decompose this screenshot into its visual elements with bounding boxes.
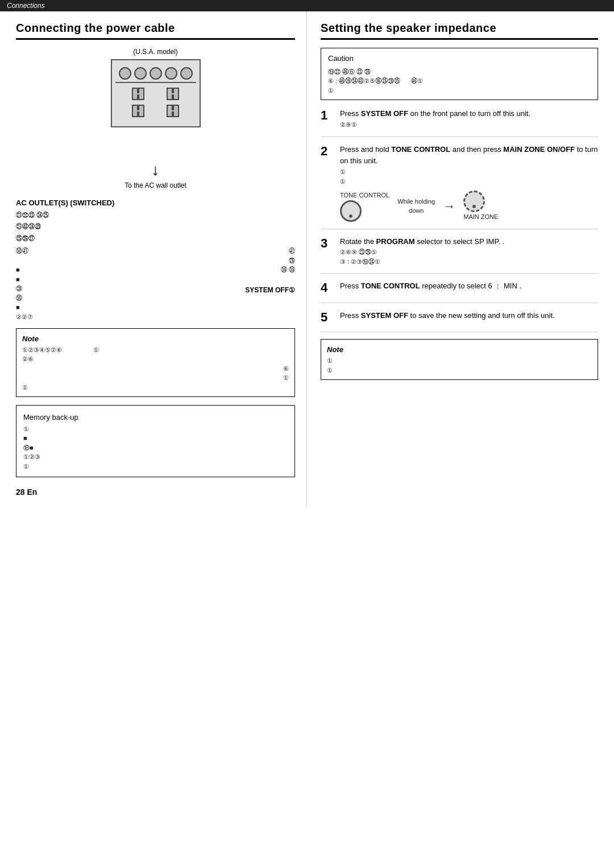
step-3-text-before: Rotate the [340, 237, 376, 246]
step-3-sub1: ②⑥⑨ ㉓㉖① [340, 247, 598, 257]
memory-backup-title: Memory back-up [23, 411, 288, 424]
caution-line2: ⑥ : ㊻⑲㉔㊸②⑤⑯㉕㉘⑮ ㊻① [328, 76, 591, 86]
tone-diagram: TONE CONTROL While holdingdown → MAIN ZO [340, 191, 598, 222]
step-2-number: 2 [321, 144, 334, 159]
memory-line2: ■ [23, 433, 288, 443]
step-3-text-mid: selector to select SP IMP. . [417, 237, 504, 246]
step-5-content: Press SYSTEM OFF to save the new setting… [340, 310, 598, 322]
caution-box: Caution ⑲㉒ ㊻⑥ ㉓ ㉖ ⑥ : ㊻⑲㉔㊸②⑤⑯㉕㉘⑮ ㊻① ① [321, 48, 598, 100]
step-5-row: 5 Press SYSTEM OFF to save the new setti… [321, 310, 598, 332]
ac-outlet-line-3: ㉕㉖㉗ [16, 233, 295, 244]
ac-outlets-section: AC OUTLET(S) (SWITCHED) ㉑㉒㉓ ㉔㉕ ㉑㊸㉔㊴ ㉕㉖㉗ … [16, 199, 295, 321]
arrow-down-icon: ↓ [16, 162, 295, 178]
main-zone-label: MAIN ZONE [463, 212, 498, 222]
right-note-line2: ① [327, 366, 592, 375]
step-5-text-mid: to save the new setting and turn off thi… [410, 311, 555, 320]
step-1-bold1: SYSTEM OFF [361, 109, 408, 118]
arrow-right-icon: → [443, 196, 455, 216]
ac-outlet-footer: ■ [16, 303, 295, 312]
step-4-content: Press TONE CONTROL repeatedly to select … [340, 280, 598, 292]
left-section-title: Connecting the power cable [16, 22, 295, 40]
left-note-line1: ①②③④⑤②⑥ ① [22, 345, 289, 355]
step-2-row: 2 Press and hold TONE CONTROL and then p… [321, 144, 598, 229]
ac-outlet-line-1: ㉑㉒㉓ ㉔㉕ [16, 209, 295, 221]
step-3-row: 3 Rotate the PROGRAM selector to select … [321, 236, 598, 274]
left-note-title: Note [22, 333, 289, 345]
left-note-line5: ① [22, 383, 289, 392]
ac-outlet-line-2: ㉑㊸㉔㊴ [16, 221, 295, 232]
step-4-row: 4 Press TONE CONTROL repeatedly to selec… [321, 280, 598, 303]
left-column: Connecting the power cable (U.S.A. model… [0, 11, 307, 507]
step-1-number: 1 [321, 108, 334, 123]
step-4-number: 4 [321, 280, 334, 295]
right-column: Setting the speaker impedance Caution ⑲㉒… [307, 11, 614, 507]
step-3-sub2: ③ : ②③⑲㉔① [340, 257, 598, 267]
main-zone-knob-icon [463, 191, 485, 212]
right-note-line1: ① [327, 356, 592, 366]
tone-knob-icon [340, 200, 362, 222]
step-4-text-before: Press [340, 282, 361, 290]
step-4-text-mid: repeatedly to select 6 ： MIN . [422, 282, 521, 290]
system-off-label: SYSTEM OFF① [245, 286, 295, 303]
page-number: 28 En [16, 487, 295, 497]
memory-line4: ①②③ [23, 452, 288, 462]
ac-outlet-row-vals2: ㉖ [16, 256, 295, 266]
caution-title: Caution [328, 53, 591, 65]
step-3-content: Rotate the PROGRAM selector to select SP… [340, 236, 598, 267]
left-note-line3b: ⑥ [283, 364, 289, 374]
top-bar-label: Connections [7, 2, 45, 10]
memory-backup-box: Memory back-up ① ■ ⑱■ ①②③ ① [16, 405, 295, 477]
wall-label: To the AC wall outlet [16, 181, 295, 189]
step-2-text-before: Press and hold [340, 145, 391, 154]
step-2-text-mid: and then press [453, 145, 504, 154]
tone-ctrl-label: TONE CONTROL [340, 191, 389, 200]
step-3-number: 3 [321, 236, 334, 251]
step-2-sub2: ① [340, 177, 598, 187]
right-section-title: Setting the speaker impedance [321, 22, 598, 40]
step-2-bold1: TONE CONTROL [391, 145, 450, 154]
step-1-text-mid: on the front panel to turn off this unit… [410, 109, 531, 118]
power-cable-diagram: (U.S.A. model) [16, 48, 295, 189]
left-note-line4b: ① [283, 373, 289, 383]
model-label: (U.S.A. model) [16, 48, 295, 56]
step-2-content: Press and hold TONE CONTROL and then pre… [340, 144, 598, 222]
memory-line1: ① [23, 424, 288, 434]
ac-outlet-row-vals: ㊿㊶ ㊶ [16, 246, 295, 256]
ac-outlet-row-vals3: ■ ㊿ ㊿ [16, 265, 295, 275]
left-note-box: Note ①②③④⑤②⑥ ① ②⑥ ⑥ ① ① [16, 328, 295, 397]
right-note-title: Note [327, 344, 592, 356]
step-1-row: 1 Press SYSTEM OFF on the front panel to… [321, 108, 598, 137]
step-1-content: Press SYSTEM OFF on the front panel to t… [340, 108, 598, 129]
unit-illustration [111, 59, 201, 127]
while-holding-label: While holdingdown [397, 197, 435, 216]
step-1-sub: ②⑨① [340, 120, 598, 130]
step-5-text-before: Press [340, 311, 361, 320]
step-2-bold2: MAIN ZONE ON/OFF [503, 145, 575, 154]
caution-line3: ① [328, 86, 591, 96]
step-2-sub1: ① [340, 167, 598, 177]
step-5-bold1: SYSTEM OFF [361, 311, 408, 320]
caution-line1: ⑲㉒ ㊻⑥ ㉓ ㉖ [328, 67, 591, 77]
ac-outlet-code: ②②⑦ [16, 312, 295, 322]
ac-outlet-row-vals4: ■ [16, 275, 295, 284]
step-3-bold1: PROGRAM [376, 237, 415, 246]
left-note-line2: ②⑥ [22, 354, 289, 364]
top-bar: Connections [0, 0, 614, 11]
memory-line3: ⑱■ [23, 443, 288, 453]
right-note-box: Note ① ① [321, 339, 598, 380]
step-4-bold1: TONE CONTROL [361, 282, 420, 290]
ac-outlet-system-off: ㉘ ㊿ SYSTEM OFF① [16, 284, 295, 303]
memory-line5: ① [23, 462, 288, 472]
ac-outlets-title: AC OUTLET(S) (SWITCHED) [16, 199, 295, 207]
step-5-number: 5 [321, 310, 334, 325]
step-1-text-before: Press [340, 109, 361, 118]
